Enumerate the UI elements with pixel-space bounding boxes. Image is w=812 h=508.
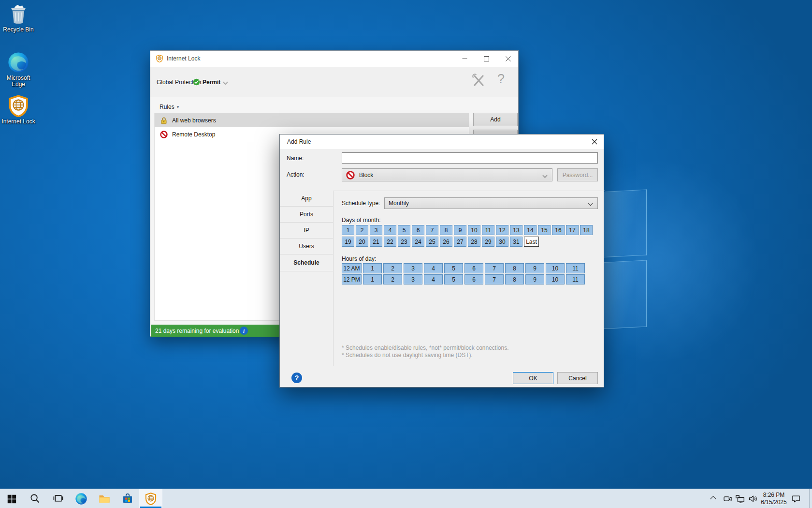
name-input[interactable]	[342, 152, 598, 164]
day-button-28[interactable]: 28	[468, 237, 480, 247]
tab-schedule[interactable]: Schedule	[280, 254, 333, 271]
day-button-14[interactable]: 14	[524, 225, 536, 235]
day-button-5[interactable]: 5	[398, 225, 410, 235]
day-button-23[interactable]: 23	[398, 237, 410, 247]
day-button-17[interactable]: 17	[566, 225, 579, 235]
taskbar-search-button[interactable]	[23, 489, 46, 508]
day-button-4[interactable]: 4	[384, 225, 396, 235]
network-icon[interactable]	[735, 494, 746, 505]
hour-button-10[interactable]: 10	[546, 263, 565, 273]
desktop-icon-microsoft-edge[interactable]: Microsoft Edge	[0, 51, 37, 88]
day-button-29[interactable]: 29	[482, 237, 494, 247]
day-button-27[interactable]: 27	[454, 237, 466, 247]
day-button-3[interactable]: 3	[370, 225, 382, 235]
hour-button-5[interactable]: 5	[444, 274, 463, 284]
taskbar-clock[interactable]: 8:26 PM 6/15/2025	[759, 492, 789, 506]
minimize-button[interactable]	[454, 51, 476, 66]
hour-button-2[interactable]: 2	[383, 263, 402, 273]
tab-app[interactable]: App	[280, 191, 333, 207]
password-button[interactable]: Password...	[557, 168, 598, 181]
action-value: Block	[359, 172, 373, 179]
close-button[interactable]	[497, 51, 519, 66]
day-button-10[interactable]: 10	[468, 225, 480, 235]
tab-ip[interactable]: IP	[280, 223, 333, 239]
maximize-button[interactable]	[476, 51, 497, 66]
day-button-25[interactable]: 25	[426, 237, 438, 247]
day-button-22[interactable]: 22	[384, 237, 396, 247]
meet-now-icon[interactable]	[722, 494, 733, 504]
day-button-20[interactable]: 20	[356, 237, 368, 247]
tab-ports[interactable]: Ports	[280, 207, 333, 223]
taskbar-file-explorer-button[interactable]	[93, 489, 116, 508]
hour-button-10[interactable]: 10	[546, 274, 565, 284]
day-button-21[interactable]: 21	[370, 237, 382, 247]
hour-button-12-am[interactable]: 12 AM	[342, 263, 362, 273]
hour-button-6[interactable]: 6	[464, 274, 483, 284]
tab-users[interactable]: Users	[280, 239, 333, 254]
action-dropdown[interactable]: Block	[342, 168, 552, 181]
day-button-12[interactable]: 12	[496, 225, 508, 235]
task-view-button[interactable]	[46, 489, 70, 508]
desktop-icon-recycle-bin[interactable]: Recycle Bin	[0, 3, 37, 33]
hour-button-8[interactable]: 8	[505, 263, 524, 273]
settings-tools-icon[interactable]	[471, 74, 486, 88]
hour-button-7[interactable]: 7	[485, 274, 504, 284]
day-button-18[interactable]: 18	[580, 225, 593, 235]
taskbar-store-button[interactable]	[116, 489, 139, 508]
day-button-26[interactable]: 26	[440, 237, 452, 247]
hour-button-3[interactable]: 3	[404, 263, 422, 273]
hour-button-1[interactable]: 1	[363, 263, 382, 273]
action-center-icon[interactable]	[791, 494, 801, 504]
taskbar-internet-lock-button[interactable]	[139, 489, 162, 508]
day-button-6[interactable]: 6	[412, 225, 424, 235]
rules-menu[interactable]: Rules ▾	[160, 104, 179, 110]
day-button-16[interactable]: 16	[552, 225, 565, 235]
add-rule-button[interactable]: Add	[473, 113, 518, 126]
dialog-title-bar[interactable]: Add Rule	[280, 134, 604, 149]
hour-button-8[interactable]: 8	[505, 274, 524, 284]
day-button-7[interactable]: 7	[426, 225, 438, 235]
start-button[interactable]	[0, 489, 23, 508]
day-button-19[interactable]: 19	[342, 237, 354, 247]
dialog-close-button[interactable]	[585, 134, 604, 149]
hour-button-9[interactable]: 9	[525, 274, 544, 284]
day-button-last[interactable]: Last	[524, 237, 539, 247]
global-protection-value[interactable]: Permit	[203, 79, 220, 86]
hour-button-6[interactable]: 6	[464, 263, 483, 273]
chevron-down-icon[interactable]	[223, 80, 228, 85]
tray-show-hidden-icons-chevron[interactable]	[710, 496, 716, 502]
hour-button-12-pm[interactable]: 12 PM	[342, 274, 362, 284]
hour-button-11[interactable]: 11	[566, 274, 585, 284]
day-button-15[interactable]: 15	[538, 225, 551, 235]
day-button-31[interactable]: 31	[510, 237, 522, 247]
desktop-icon-internet-lock[interactable]: Internet Lock	[0, 95, 37, 125]
hour-button-1[interactable]: 1	[363, 274, 382, 284]
dialog-help-icon[interactable]: ?	[291, 373, 302, 383]
day-button-2[interactable]: 2	[356, 225, 368, 235]
day-button-1[interactable]: 1	[342, 225, 354, 235]
hour-button-3[interactable]: 3	[404, 274, 422, 284]
schedule-type-dropdown[interactable]: Monthly	[384, 197, 598, 209]
day-button-11[interactable]: 11	[482, 225, 494, 235]
hour-button-5[interactable]: 5	[444, 263, 463, 273]
title-bar[interactable]: Internet Lock	[150, 51, 518, 67]
show-desktop-button[interactable]	[809, 489, 812, 508]
day-button-13[interactable]: 13	[510, 225, 522, 235]
taskbar-edge-button[interactable]	[70, 489, 93, 508]
day-button-30[interactable]: 30	[496, 237, 508, 247]
hour-button-11[interactable]: 11	[566, 263, 585, 273]
volume-icon[interactable]	[747, 494, 758, 504]
hour-button-2[interactable]: 2	[383, 274, 402, 284]
info-icon[interactable]: i	[240, 327, 248, 335]
help-icon[interactable]: ?	[497, 72, 505, 87]
hour-button-4[interactable]: 4	[424, 263, 443, 273]
day-button-9[interactable]: 9	[454, 225, 466, 235]
hour-button-9[interactable]: 9	[525, 263, 544, 273]
rule-item[interactable]: All web browsers	[155, 113, 469, 127]
day-button-8[interactable]: 8	[440, 225, 452, 235]
hour-button-7[interactable]: 7	[485, 263, 504, 273]
ok-button[interactable]: OK	[513, 372, 553, 384]
day-button-24[interactable]: 24	[412, 237, 424, 247]
cancel-button[interactable]: Cancel	[557, 372, 598, 384]
hour-button-4[interactable]: 4	[424, 274, 443, 284]
